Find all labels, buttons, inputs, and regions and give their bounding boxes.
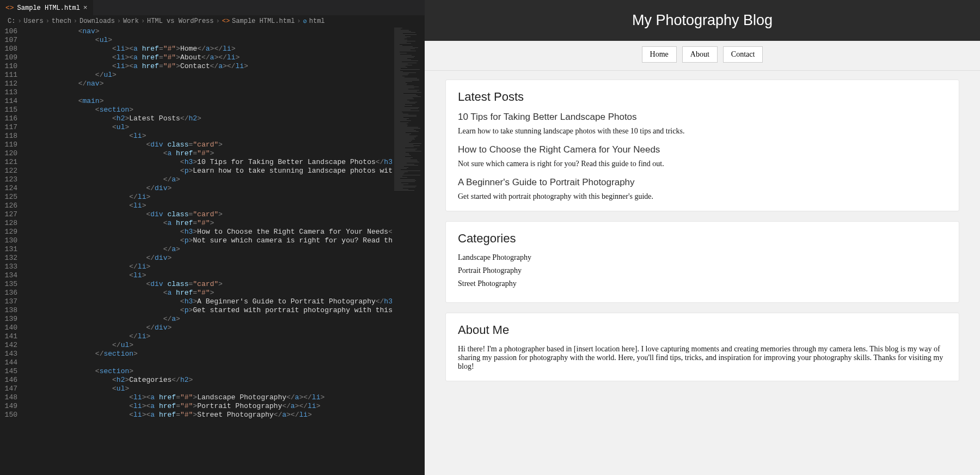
chevron-right-icon: ›: [141, 17, 145, 25]
about-heading: About Me: [458, 323, 947, 337]
nav-contact-button[interactable]: Contact: [723, 46, 763, 63]
breadcrumb-segment[interactable]: thech: [52, 17, 71, 25]
breadcrumb-segment[interactable]: C:: [8, 17, 15, 25]
code-area[interactable]: 1061071081091101111121131141151161171181…: [0, 27, 425, 475]
latest-posts-card: Latest Posts 10 Tips for Taking Better L…: [445, 80, 959, 211]
nav-about-button[interactable]: About: [682, 46, 718, 63]
preview-content: Latest Posts 10 Tips for Taking Better L…: [425, 71, 980, 475]
chevron-right-icon: ›: [297, 17, 301, 25]
symbol-icon: ⊘: [303, 17, 307, 26]
about-card: About Me Hi there! I'm a photographer ba…: [445, 313, 959, 381]
line-gutter: 1061071081091101111121131141151161171181…: [0, 27, 27, 475]
post-title[interactable]: How to Choose the Right Camera for Your …: [458, 144, 947, 155]
post-title[interactable]: 10 Tips for Taking Better Landscape Phot…: [458, 112, 947, 123]
minimap[interactable]: [392, 27, 425, 475]
post-excerpt: Learn how to take stunning landscape pho…: [458, 127, 947, 136]
breadcrumb-segment[interactable]: Users: [24, 17, 44, 25]
post-excerpt: Not sure which camera is right for you? …: [458, 160, 947, 168]
chevron-right-icon: ›: [216, 17, 220, 25]
navbar: HomeAboutContact: [425, 41, 980, 71]
post-excerpt: Get started with portrait photography wi…: [458, 192, 947, 201]
close-icon[interactable]: ×: [83, 4, 88, 12]
category-link[interactable]: Portrait Photography: [458, 266, 947, 275]
html-file-icon: <>: [5, 4, 14, 12]
html-file-icon: <>: [222, 17, 230, 25]
breadcrumb-file[interactable]: Sample HTML.html: [232, 17, 295, 25]
editor-pane: <> Sample HTML.html × C: › Users › thech…: [0, 0, 425, 475]
breadcrumb-symbol[interactable]: html: [309, 17, 325, 25]
breadcrumb-segment[interactable]: HTML vs WordPress: [147, 17, 213, 25]
nav-home-button[interactable]: Home: [642, 46, 677, 63]
categories-card: Categories Landscape PhotographyPortrait…: [445, 221, 959, 303]
breadcrumb-segment[interactable]: Downloads: [79, 17, 115, 25]
page-title: My Photography Blog: [425, 0, 980, 41]
chevron-right-icon: ›: [117, 17, 121, 25]
breadcrumb-segment[interactable]: Work: [123, 17, 139, 25]
latest-posts-heading: Latest Posts: [458, 90, 947, 104]
post-title[interactable]: A Beginner's Guide to Portrait Photograp…: [458, 177, 947, 188]
tab-label: Sample HTML.html: [17, 4, 80, 12]
preview-pane: My Photography Blog HomeAboutContact Lat…: [425, 0, 980, 475]
category-link[interactable]: Landscape Photography: [458, 253, 947, 262]
chevron-right-icon: ›: [17, 17, 21, 25]
chevron-right-icon: ›: [74, 17, 77, 25]
category-link[interactable]: Street Photography: [458, 279, 947, 288]
categories-heading: Categories: [458, 232, 947, 246]
categories-list: Landscape PhotographyPortrait Photograph…: [458, 253, 947, 288]
tab-bar: <> Sample HTML.html ×: [0, 0, 425, 15]
about-text: Hi there! I'm a photographer based in [i…: [458, 345, 947, 371]
breadcrumb[interactable]: C: › Users › thech › Downloads › Work › …: [0, 15, 425, 27]
code-content[interactable]: <nav> <ul> <li><a href="#">Home</a></li>…: [27, 27, 392, 475]
editor-tab[interactable]: <> Sample HTML.html ×: [0, 0, 93, 15]
chevron-right-icon: ›: [46, 17, 50, 25]
